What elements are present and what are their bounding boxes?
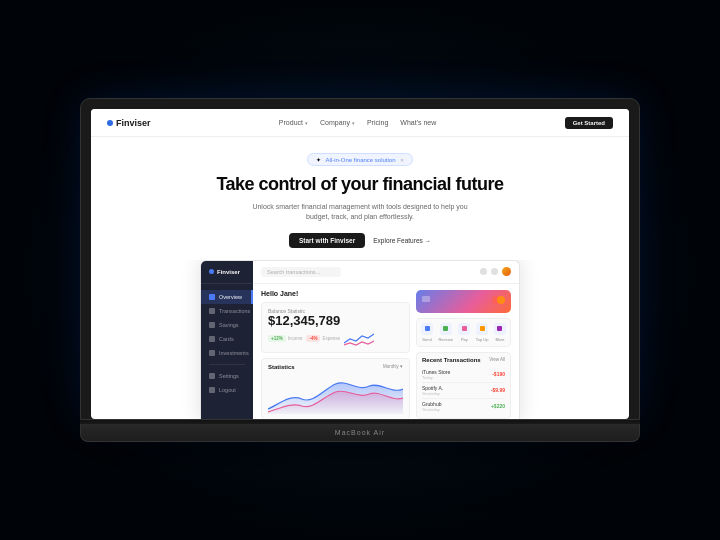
website: Finviser Product ▾ Company ▾ Pricing [91,109,629,419]
sidebar-item-transactions[interactable]: Transactions [201,304,253,318]
app-topbar: Search transactions... [253,261,519,284]
sidebar-logo: Finviser [201,269,253,284]
sidebar-divider [209,364,245,365]
greeting-text: Hello Jane! [261,290,410,297]
transactions-header: Recent Transactions View All [422,357,505,363]
trans-name-3: Grubhub [422,401,441,407]
sidebar-item-savings[interactable]: Savings [201,318,253,332]
badge-star-icon: ✦ [316,156,321,163]
hero-secondary-button[interactable]: Explore Features → [373,237,431,244]
trans-amount-2: -$9.99 [491,387,505,393]
transaction-row: Spotify A. Yesterday -$9.99 [422,383,505,399]
sidebar-item-investments[interactable]: Investments [201,346,253,360]
credit-card: 0000 0000 0000 4289 Jane Murphy [416,290,511,313]
topbar-icons [480,267,511,276]
stat-expense: -4% Expense [306,331,340,347]
user-avatar[interactable] [502,267,511,276]
logo-dot-icon [107,120,113,126]
more-icon [494,323,506,335]
transaction-row: Grubhub Yesterday +$220 [422,399,505,414]
savings-icon [209,322,215,328]
bell-icon[interactable] [480,268,487,275]
hero-primary-button[interactable]: Start with Finviser [289,233,365,248]
balance-section: Balance Statistic $12,345,789 +12% Incom… [261,302,410,353]
hero-section: ✦ All-in-One finance solution ✕ Take con… [91,137,629,260]
hero-title: Take control of your financial future [216,174,503,196]
sidebar-logo-dot-icon [209,269,214,274]
action-more[interactable]: More [494,323,506,342]
stats-filter[interactable]: Monthly ▾ [383,364,403,369]
income-label: Income [288,336,303,341]
nav-links: Product ▾ Company ▾ Pricing What's new [279,119,436,126]
app-left-column: Hello Jane! Balance Statistic $12,345,78… [261,290,410,419]
nav-company[interactable]: Company ▾ [320,119,355,126]
card-circle-orange [497,296,505,304]
nav-logo: Finviser [107,118,151,128]
transactions-title: Recent Transactions [422,357,481,363]
navbar: Finviser Product ▾ Company ▾ Pricing [91,109,629,137]
action-pay[interactable]: Pay [458,323,470,342]
trans-name-1: iTunes Store [422,369,450,375]
trans-date-2: Yesterday [422,391,443,396]
settings-icon [209,373,215,379]
stats-title: Statistics [268,364,295,370]
mini-balance-chart [344,331,374,347]
balance-stats: +12% Income -4% Expense [268,331,403,347]
transactions-section: Recent Transactions View All iTunes Stor… [416,352,511,419]
trans-date-1: Today [422,375,450,380]
expense-badge: -4% [306,335,320,342]
laptop-screen: Finviser Product ▾ Company ▾ Pricing [91,109,629,419]
income-badge: +12% [268,335,286,342]
app-preview: Finviser Overview Transactions [200,260,520,419]
topup-icon [476,323,488,335]
balance-amount: $12,345,789 [268,314,403,328]
hero-subtitle: Unlock smarter financial management with… [250,202,470,223]
app-right-column: 0000 0000 0000 4289 Jane Murphy [416,290,511,419]
app-body: Hello Jane! Balance Statistic $12,345,78… [253,284,519,419]
sidebar-item-logout[interactable]: Logout [201,383,253,397]
stats-chart [268,374,403,414]
action-receive[interactable]: Receive [438,323,452,342]
view-all-link[interactable]: View All [489,357,505,362]
sidebar-item-overview[interactable]: Overview [201,290,253,304]
laptop-brand-label: MacBook Air [335,429,385,436]
chevron-down-icon: ▾ [305,120,308,126]
action-send[interactable]: Send [421,323,433,342]
chevron-down-icon: ▾ [352,120,355,126]
hero-badge: ✦ All-in-One finance solution ✕ [307,153,412,166]
trans-amount-3: +$220 [491,403,505,409]
expense-label: Expense [322,336,340,341]
stats-header: Statistics Monthly ▾ [268,364,403,370]
app-sidebar: Finviser Overview Transactions [201,261,253,419]
app-preview-container: Finviser Overview Transactions [91,260,629,419]
trans-amount-1: -$190 [492,371,505,377]
action-topup[interactable]: Top Up [476,323,489,342]
transaction-row: iTunes Store Today -$190 [422,367,505,383]
receive-icon [440,323,452,335]
laptop-shell: Finviser Product ▾ Company ▾ Pricing [80,98,640,442]
badge-close-icon[interactable]: ✕ [400,157,404,163]
sidebar-item-cards[interactable]: Cards [201,332,253,346]
card-chip-icon [422,296,430,302]
action-icons-row: Send Receive Pay [416,318,511,347]
search-input[interactable]: Search transactions... [261,267,341,277]
stat-income: +12% Income [268,331,302,347]
nav-cta-button[interactable]: Get Started [565,117,613,129]
hero-buttons: Start with Finviser Explore Features → [289,233,431,248]
statistics-section: Statistics Monthly ▾ [261,358,410,419]
trans-date-3: Yesterday [422,407,441,412]
screen-bezel: Finviser Product ▾ Company ▾ Pricing [80,98,640,420]
nav-whats-new[interactable]: What's new [400,119,436,126]
transactions-icon [209,308,215,314]
overview-icon [209,294,215,300]
send-icon [421,323,433,335]
sidebar-item-settings[interactable]: Settings [201,369,253,383]
settings-icon[interactable] [491,268,498,275]
pay-icon [458,323,470,335]
logout-icon [209,387,215,393]
cards-icon [209,336,215,342]
card-logo-icon [492,296,505,304]
trans-name-2: Spotify A. [422,385,443,391]
nav-pricing[interactable]: Pricing [367,119,388,126]
nav-product[interactable]: Product ▾ [279,119,308,126]
